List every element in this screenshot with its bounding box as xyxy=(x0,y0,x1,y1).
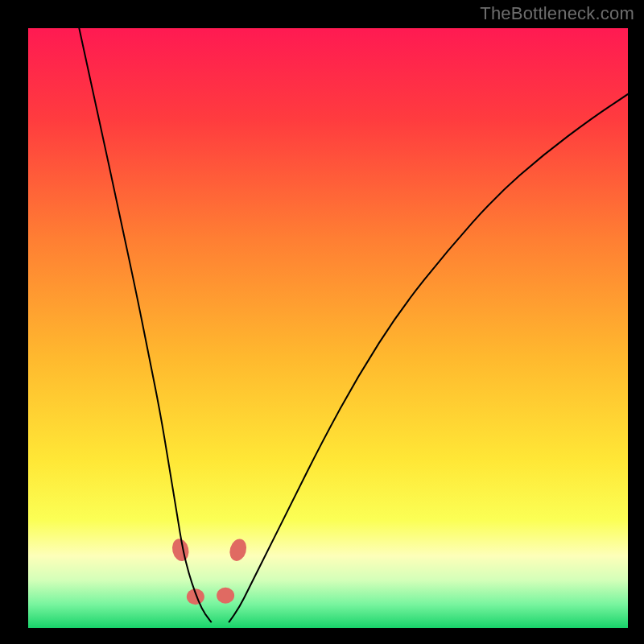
watermark-text: TheBottleneck.com xyxy=(480,3,634,24)
plot-area xyxy=(28,28,628,628)
marker-right-lower xyxy=(217,588,234,604)
gradient-background xyxy=(28,28,628,628)
chart-svg xyxy=(28,28,628,628)
frame: TheBottleneck.com xyxy=(0,0,644,644)
